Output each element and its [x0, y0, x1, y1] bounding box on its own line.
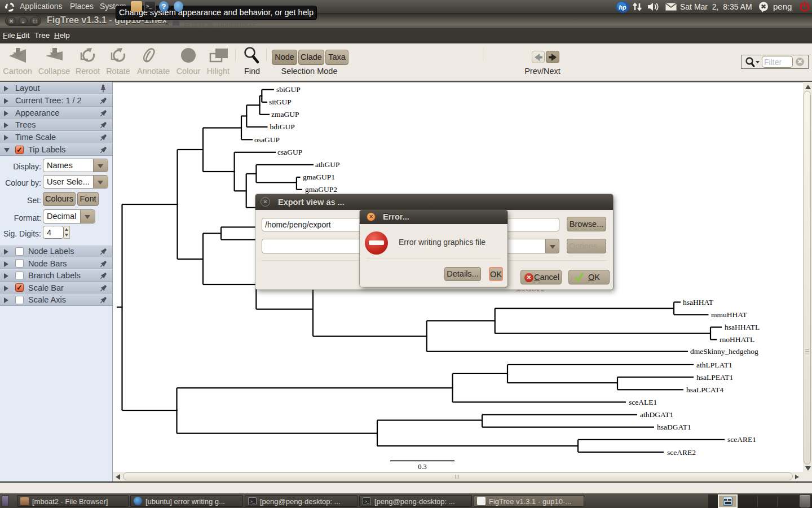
svg-text:hp: hp — [619, 4, 626, 11]
svg-text:dmeSkinny_hedgehog: dmeSkinny_hedgehog — [690, 347, 758, 356]
svg-text:sceARE1: sceARE1 — [727, 435, 756, 444]
svg-text:0.3: 0.3 — [418, 463, 427, 471]
svg-text:athGUP: athGUP — [315, 160, 340, 169]
svg-text:hsaHHAT: hsaHHAT — [683, 298, 714, 306]
svg-text:sceALE1: sceALE1 — [629, 398, 657, 406]
svg-text:sbiGUP: sbiGUP — [276, 85, 301, 94]
svg-text:rnoHHATL: rnoHHATL — [720, 335, 754, 344]
svg-text:sceARE2: sceARE2 — [667, 448, 696, 457]
svg-text:csaGUP: csaGUP — [277, 148, 302, 156]
svg-text:zmaGUP: zmaGUP — [271, 110, 299, 119]
svg-text:hsaHHATL: hsaHHATL — [725, 323, 760, 331]
svg-text:gmaGUP2: gmaGUP2 — [305, 185, 337, 194]
svg-text:hsaDGAT1: hsaDGAT1 — [657, 423, 691, 431]
svg-text:athLPLAT1: athLPLAT1 — [696, 361, 732, 369]
svg-text:mmuHHAT: mmuHHAT — [711, 310, 748, 319]
svg-text:gmaGUP1: gmaGUP1 — [303, 173, 335, 181]
svg-text:hsaLPCAT4: hsaLPCAT4 — [686, 386, 723, 394]
svg-text:osaGUP: osaGUP — [254, 135, 280, 144]
svg-text:sitGUP: sitGUP — [269, 98, 292, 106]
svg-text:bdiGUP: bdiGUP — [270, 122, 295, 131]
svg-text:hsaLPEAT1: hsaLPEAT1 — [696, 373, 733, 382]
svg-text:athDGAT1: athDGAT1 — [640, 410, 673, 419]
